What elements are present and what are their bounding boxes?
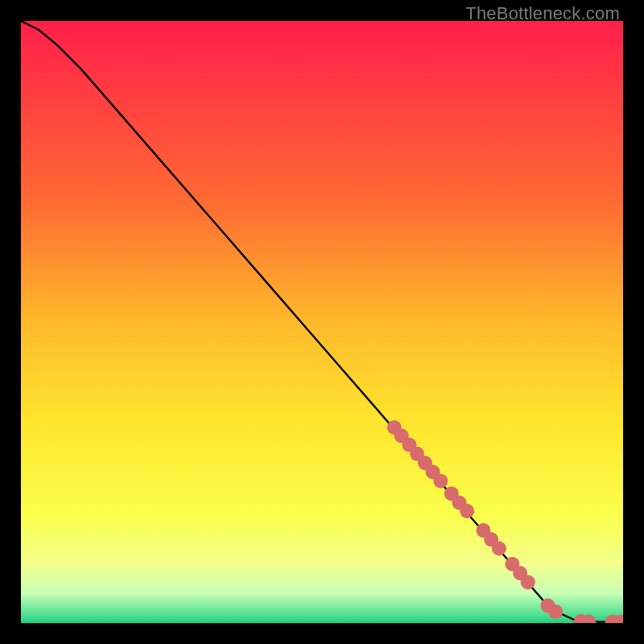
svg-point-18 xyxy=(548,605,563,619)
svg-rect-0 xyxy=(21,21,623,623)
chart-frame: TheBottleneck.com xyxy=(0,0,644,644)
chart-svg xyxy=(21,21,623,623)
svg-point-13 xyxy=(492,541,506,555)
svg-point-10 xyxy=(460,504,474,518)
svg-point-7 xyxy=(433,473,448,488)
svg-point-16 xyxy=(521,575,535,589)
plot-area xyxy=(21,21,623,623)
